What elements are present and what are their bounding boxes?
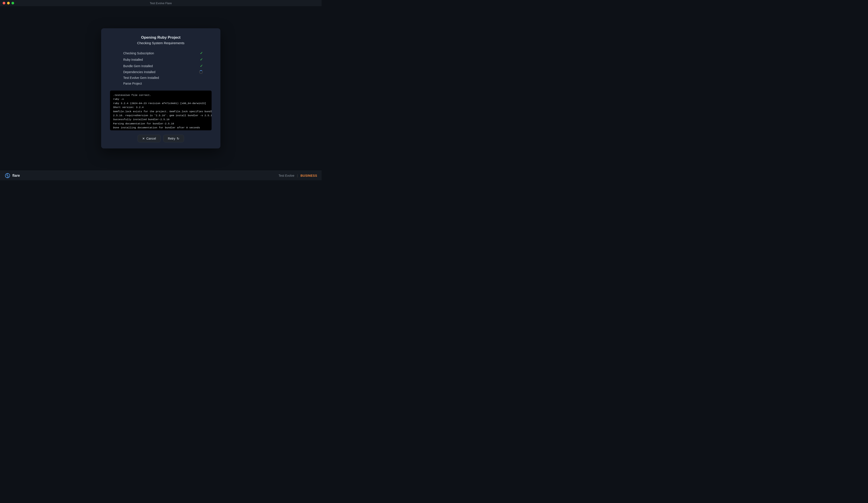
checklist-label-subscription: Checking Subscription (123, 51, 154, 55)
cancel-button[interactable]: ✕ Cancel (137, 135, 161, 142)
footer-divider: | (297, 174, 298, 177)
footer-product-name: Test Evolve (279, 174, 294, 177)
checklist-item-testevolve-gem: Test Evolve Gem Installed (123, 76, 211, 80)
title-bar: Test Evolve Flare (0, 0, 322, 6)
check-icon-bundle: ✓ (200, 64, 203, 68)
checklist-item-ruby: Ruby Installed ✓ (123, 58, 211, 62)
pending-icon-testevolve-gem (199, 76, 203, 80)
cancel-icon: ✕ (142, 137, 145, 140)
button-row: ✕ Cancel Retry ↻ (110, 135, 211, 142)
checklist-label-testevolve-gem: Test Evolve Gem Installed (123, 76, 159, 80)
checklist-item-bundle: Bundle Gem Installed ✓ (123, 64, 211, 68)
dialog-subtitle: Checking System Requirements (110, 41, 211, 45)
main-content: Opening Ruby Project Checking System Req… (0, 6, 322, 171)
retry-button[interactable]: Retry ↻ (163, 135, 184, 142)
footer-logo: flare (4, 173, 20, 179)
terminal-output[interactable]: .testevolve file correct. ruby -v ruby 3… (110, 91, 211, 130)
checklist-item-parse: Parse Project (123, 82, 211, 85)
spinner-icon-dependencies (199, 70, 203, 74)
footer-right: Test Evolve | BUSINESS (279, 174, 317, 177)
check-icon-subscription: ✓ (200, 51, 203, 55)
checklist-label-bundle: Bundle Gem Installed (123, 64, 153, 68)
check-icon-ruby: ✓ (200, 58, 203, 62)
checklist: Checking Subscription ✓ Ruby Installed ✓… (110, 51, 211, 85)
checklist-item-subscription: Checking Subscription ✓ (123, 51, 211, 55)
flare-logo-icon (4, 173, 11, 179)
checklist-item-dependencies: Dependencies Installed (123, 70, 211, 74)
retry-icon: ↻ (177, 137, 179, 140)
maximize-button[interactable] (11, 2, 14, 4)
checklist-label-dependencies: Dependencies Installed (123, 70, 155, 74)
window-title: Test Evolve Flare (150, 1, 172, 5)
dialog-title: Opening Ruby Project (110, 35, 211, 40)
checklist-label-ruby: Ruby Installed (123, 58, 143, 61)
footer-tier: BUSINESS (300, 174, 317, 177)
close-button[interactable] (3, 2, 5, 4)
minimize-button[interactable] (7, 2, 10, 4)
footer: flare Test Evolve | BUSINESS (0, 171, 322, 180)
logo-text: flare (12, 174, 20, 178)
checklist-label-parse: Parse Project (123, 82, 142, 85)
retry-label: Retry (168, 137, 175, 140)
traffic-lights (3, 2, 14, 4)
cancel-label: Cancel (146, 137, 156, 140)
dialog: Opening Ruby Project Checking System Req… (101, 28, 220, 148)
pending-icon-parse (199, 82, 203, 85)
